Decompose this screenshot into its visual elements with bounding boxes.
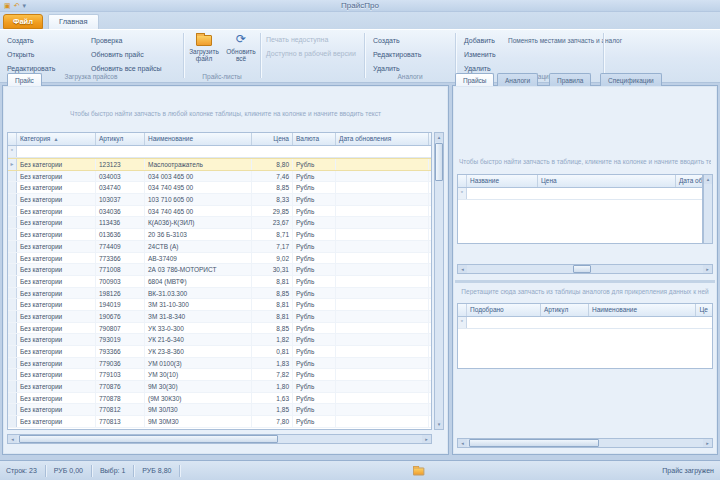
cell: Без категории bbox=[17, 404, 96, 415]
row-gutter bbox=[8, 217, 17, 228]
vertical-scrollbar[interactable]: ▴ bbox=[703, 174, 713, 244]
pricelist-table-header: Категория▲ Артикул Наименование Цена Вал… bbox=[8, 133, 431, 146]
scroll-up-icon[interactable]: ▴ bbox=[704, 175, 712, 184]
cell: Рубль bbox=[293, 381, 336, 392]
table-row[interactable]: ▸Без категории123123Маслоотражатель8,80Р… bbox=[8, 158, 431, 171]
cell: Без категории bbox=[17, 369, 96, 380]
tab-price[interactable]: Прайс bbox=[7, 73, 42, 86]
refresh-all-button[interactable]: ⟳ Обновить всё bbox=[223, 33, 259, 75]
scrollbar-track[interactable] bbox=[467, 265, 703, 273]
column-header-name[interactable]: Наименование bbox=[145, 133, 252, 145]
scroll-down-icon[interactable]: ▾ bbox=[435, 420, 443, 429]
scroll-up-icon[interactable]: ▴ bbox=[435, 133, 443, 142]
cell: УК 23-8-360 bbox=[145, 346, 252, 357]
file-button[interactable]: Файл bbox=[3, 14, 43, 29]
create-pricelist-button[interactable]: Создать bbox=[4, 34, 37, 47]
header-gutter bbox=[458, 304, 467, 316]
change-spec-button[interactable]: Изменить bbox=[461, 48, 499, 61]
vertical-scrollbar[interactable]: ▴ ▾ bbox=[434, 132, 444, 430]
table-row[interactable]: Без категории77440924СТВ (А)7,17Рубль bbox=[8, 241, 431, 253]
update-price-button[interactable]: Обновить прайс bbox=[88, 48, 147, 61]
scroll-left-icon[interactable]: ◂ bbox=[458, 265, 467, 273]
cell: 770878 bbox=[96, 393, 145, 404]
group-label-pricelists: Прайс-листы bbox=[185, 73, 259, 80]
column-header-price[interactable]: Цена bbox=[538, 175, 676, 187]
table-row[interactable]: Без категории01363620 36 Б-31038,71Рубль bbox=[8, 229, 431, 241]
check-button[interactable]: Проверка bbox=[88, 34, 125, 47]
table-row[interactable]: Без категории793366УК 23-8-3600,81Рубль bbox=[8, 346, 431, 358]
column-header-name[interactable]: Наименование bbox=[589, 304, 696, 316]
column-header-title[interactable]: Название bbox=[467, 175, 538, 187]
horizontal-scrollbar[interactable]: ◂ ▸ bbox=[7, 434, 432, 444]
table-row[interactable]: Без категории190676ЗМ 31-8-3408,81Рубль bbox=[8, 311, 431, 323]
scroll-right-icon[interactable]: ▸ bbox=[422, 435, 431, 443]
scrollbar-track[interactable] bbox=[467, 439, 703, 447]
cell bbox=[336, 288, 429, 299]
cell: 23,67 bbox=[252, 217, 293, 228]
table-row[interactable]: Без категории7710082А 03 786-МОТОРИСТ30,… bbox=[8, 264, 431, 276]
table-row[interactable]: Без категории034036034 740 465 0029,85Ру… bbox=[8, 206, 431, 218]
column-header-category[interactable]: Категория▲ bbox=[17, 133, 96, 145]
cell: 770812 bbox=[96, 404, 145, 415]
edit-analog-button[interactable]: Редактировать bbox=[370, 48, 424, 61]
tab-home[interactable]: Главная bbox=[48, 14, 99, 29]
scrollbar-track[interactable] bbox=[17, 435, 422, 443]
load-file-button[interactable]: Загрузить файл bbox=[186, 33, 222, 75]
table-row[interactable]: Без категории194019ЗМ 31-10-3008,81Рубль bbox=[8, 299, 431, 311]
table-row[interactable]: Без категории790807УК 33-0-3008,85Рубль bbox=[8, 323, 431, 335]
new-row[interactable]: * bbox=[8, 146, 431, 158]
scrollbar-thumb[interactable] bbox=[19, 435, 278, 443]
status-separator bbox=[45, 465, 46, 477]
cell: Рубль bbox=[293, 334, 336, 345]
table-row[interactable]: Без категории7009036804 (МВТФ)8,81Рубль bbox=[8, 276, 431, 288]
scrollbar-thumb[interactable] bbox=[573, 265, 591, 273]
table-row[interactable]: Без категории7708129М 30Л301,85Рубль bbox=[8, 404, 431, 416]
swap-part-analog-button[interactable]: Поменять местами запчасть и аналог bbox=[505, 34, 625, 47]
table-row[interactable]: Без категории779036УМ 0100(3)1,83Рубль bbox=[8, 358, 431, 370]
horizontal-scrollbar[interactable]: ◂ ▸ bbox=[457, 438, 713, 448]
table-row[interactable]: Без категории779103УМ 30(10)7,82Рубль bbox=[8, 369, 431, 381]
cell: Рубль bbox=[293, 299, 336, 310]
tab-prices[interactable]: Прайсы bbox=[455, 73, 494, 86]
scroll-left-icon[interactable]: ◂ bbox=[8, 435, 17, 443]
new-row[interactable]: * bbox=[458, 188, 702, 200]
table-row[interactable]: Без категории113436К(А036)-К(ЗИЛ)23,67Ру… bbox=[8, 217, 431, 229]
scroll-right-icon[interactable]: ▸ bbox=[703, 439, 712, 447]
cell: 8,80 bbox=[252, 159, 293, 170]
column-header-article[interactable]: Артикул bbox=[541, 304, 589, 316]
horizontal-scrollbar[interactable]: ◂ ▸ bbox=[457, 264, 713, 274]
table-row[interactable]: Без категории7708139М 30М307,80Рубль bbox=[8, 416, 431, 428]
add-spec-button[interactable]: Добавить bbox=[461, 34, 498, 47]
tab-analogs[interactable]: Аналоги bbox=[497, 73, 538, 86]
tab-specifications[interactable]: Спецификации bbox=[600, 73, 662, 86]
column-header-price[interactable]: Цена bbox=[252, 133, 293, 145]
ribbon-separator bbox=[260, 33, 261, 78]
table-row[interactable]: Без категории034740034 740 495 008,85Руб… bbox=[8, 182, 431, 194]
analogs-hint: Чтобы быстро найти запчасть в таблице, к… bbox=[459, 158, 711, 165]
column-header-price-cut[interactable]: Це bbox=[696, 304, 712, 316]
cell bbox=[336, 323, 429, 334]
column-header-currency[interactable]: Валюта bbox=[293, 133, 336, 145]
scrollbar-thumb[interactable] bbox=[469, 439, 599, 447]
column-header-updated[interactable]: Дата обновления bbox=[336, 133, 429, 145]
column-header-picked[interactable]: Подобрано bbox=[467, 304, 541, 316]
table-row[interactable]: Без категории770878(9М 30К30)1,63Рубль bbox=[8, 393, 431, 405]
table-row[interactable]: Без категории198126ВК-31.03.3008,85Рубль bbox=[8, 288, 431, 300]
table-row[interactable]: Без категории034003034 003 465 007,46Руб… bbox=[8, 171, 431, 183]
ribbon-separator bbox=[455, 33, 456, 78]
scrollbar-thumb[interactable] bbox=[435, 143, 443, 181]
cell: Рубль bbox=[293, 194, 336, 205]
scroll-right-icon[interactable]: ▸ bbox=[703, 265, 712, 273]
table-row[interactable]: Без категории103037103 710 605 008,33Руб… bbox=[8, 194, 431, 206]
section-splitter[interactable] bbox=[455, 280, 715, 283]
tab-rules[interactable]: Правила bbox=[549, 73, 591, 86]
create-analog-button[interactable]: Создать bbox=[370, 34, 403, 47]
column-header-article[interactable]: Артикул bbox=[96, 133, 145, 145]
scroll-left-icon[interactable]: ◂ bbox=[458, 439, 467, 447]
table-row[interactable]: Без категории773366АВ-374099,02Рубль bbox=[8, 253, 431, 265]
column-header-updated[interactable]: Дата обн bbox=[676, 175, 702, 187]
table-row[interactable]: Без категории7708769М 30(30)1,80Рубль bbox=[8, 381, 431, 393]
table-row[interactable]: Без категории793019УК 21-6-3401,82Рубль bbox=[8, 334, 431, 346]
new-row[interactable]: * bbox=[458, 317, 712, 329]
open-pricelist-button[interactable]: Открыть bbox=[4, 48, 38, 61]
